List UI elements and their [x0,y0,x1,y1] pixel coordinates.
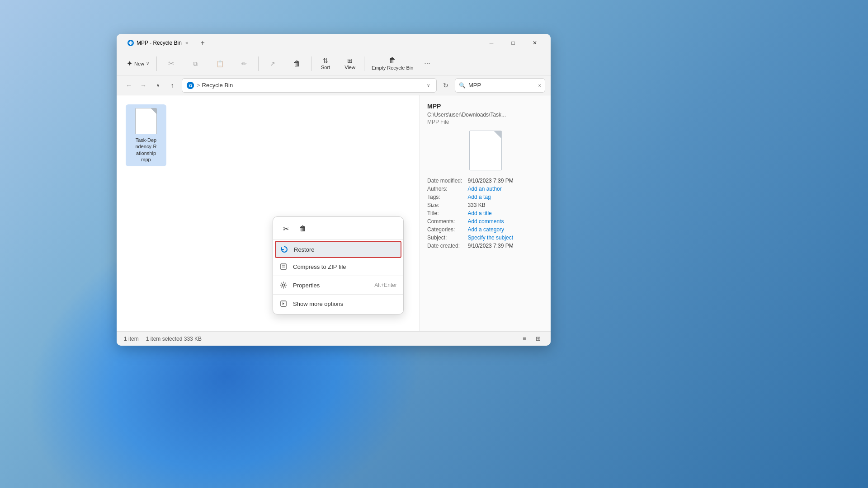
ctx-restore-label: Restore [294,246,396,253]
search-clear-button[interactable]: × [538,83,541,88]
ctx-show-more-label: Show more options [293,300,397,307]
ctx-divider-2 [273,294,403,295]
ctx-restore-icon [280,245,288,253]
meta-categories-label: Categories: [427,226,462,233]
new-dropdown-icon: ∨ [146,61,149,66]
panel-metadata: Date modified: 9/10/2023 7:39 PM Authors… [427,178,543,249]
paste-icon: 📋 [216,61,224,67]
ctx-compress-label: Compress to ZIP file [293,263,397,270]
back-button[interactable]: ← [122,79,136,92]
search-icon: 🔍 [459,82,466,89]
address-input[interactable]: ♻ > Recycle Bin ∨ [182,78,437,93]
ctx-properties-icon [279,281,288,289]
sort-label: Sort [321,65,330,70]
meta-date-created-value: 9/10/2023 7:39 PM [467,243,543,249]
copy-icon: ⧉ [193,61,198,67]
address-bar: ← → ∨ ↑ ♻ > Recycle Bin ∨ ↻ 🔍 MPP × [117,75,551,95]
list-view-button[interactable]: ≡ [519,333,530,344]
panel-file-type: MPP File [427,119,543,125]
new-button[interactable]: ✦ New ∨ [122,54,154,74]
view-label: View [344,65,355,70]
paste-button[interactable]: 📋 [208,54,231,74]
toolbar: ✦ New ∨ ✂ ⧉ 📋 ✏ ↗ 🗑 ⇅ Sort ⊞ [117,52,551,75]
meta-comments-label: Comments: [427,218,462,225]
view-button[interactable]: ⊞ View [339,54,361,74]
meta-tags-value[interactable]: Add a tag [467,194,543,200]
rename-icon: ✏ [241,61,247,67]
meta-tags-label: Tags: [427,194,462,200]
ctx-properties-shortcut: Alt+Enter [374,282,397,288]
ctx-delete-icon: 🗑 [299,225,307,233]
ctx-cut-button[interactable]: ✂ [278,221,294,236]
empty-recycle-bin-label: Empty Recycle Bin [372,65,413,70]
search-box[interactable]: 🔍 MPP × [455,78,545,93]
share-button[interactable]: ↗ [261,54,284,74]
content-area: Task-Depndency-Rationshipmpp ✂ 🗑 [117,95,551,331]
empty-recycle-bin-button[interactable]: 🗑 Empty Recycle Bin [367,54,418,74]
ctx-compress-item[interactable]: Compress to ZIP file [273,259,403,274]
address-dropdown-icon[interactable]: ∨ [425,82,432,89]
grid-view-button[interactable]: ⊞ [533,333,543,344]
meta-categories-value[interactable]: Add a category [467,226,543,233]
ctx-properties-label: Properties [293,282,369,289]
cut-icon: ✂ [168,60,174,67]
breadcrumb: > Recycle Bin [197,82,422,89]
item-count: 1 item [124,336,139,342]
ctx-restore-item[interactable]: Restore [275,241,401,258]
delete-icon: 🗑 [293,60,301,67]
ctx-properties-item[interactable]: Properties Alt+Enter [273,277,403,293]
toolbar-divider-4 [364,56,364,71]
tab-close-btn[interactable]: × [184,40,189,47]
up-button[interactable]: ↑ [165,79,179,92]
file-icon [135,108,157,135]
cut-button[interactable]: ✂ [160,54,182,74]
file-item[interactable]: Task-Depndency-Rationshipmpp [126,104,166,166]
dropdown-button[interactable]: ∨ [151,79,165,92]
selection-info: 1 item selected 333 KB [146,336,202,342]
tab-area: MPP - Recycle Bin × + [122,34,481,52]
maximize-button[interactable]: □ [503,36,524,50]
refresh-button[interactable]: ↻ [439,79,452,92]
minimize-button[interactable]: ─ [481,36,502,50]
panel-file-path: C:\Users\user\Downloads\Task... [427,112,543,118]
share-icon: ↗ [270,61,275,67]
svg-text:♻: ♻ [189,83,193,88]
active-tab[interactable]: MPP - Recycle Bin × [122,36,194,50]
empty-recycle-bin-icon: 🗑 [389,57,396,64]
delete-button[interactable]: 🗑 [286,54,308,74]
address-recycle-icon: ♻ [187,82,194,89]
new-tab-button[interactable]: + [196,37,209,49]
meta-comments-value[interactable]: Add comments [467,218,543,225]
svg-point-6 [283,284,285,286]
toolbar-divider-3 [311,56,311,71]
ctx-delete-button[interactable]: 🗑 [295,221,311,236]
svg-point-0 [130,42,132,44]
meta-size-value: 333 KB [467,202,543,208]
more-options-button[interactable]: ··· [420,54,434,74]
svg-rect-3 [281,264,286,269]
toolbar-divider-1 [156,56,157,71]
explorer-window: MPP - Recycle Bin × + ─ □ ✕ ✦ New ∨ ✂ ⧉ … [117,34,551,346]
status-right: ≡ ⊞ [519,333,543,344]
context-menu-top-icons: ✂ 🗑 [273,220,403,240]
copy-button[interactable]: ⧉ [184,54,207,74]
sort-button[interactable]: ⇅ Sort [314,54,337,74]
meta-title-value[interactable]: Add a title [467,210,543,216]
meta-authors-value[interactable]: Add an author [467,186,543,192]
rename-button[interactable]: ✏ [233,54,255,74]
meta-date-created-label: Date created: [427,243,462,249]
meta-subject-value[interactable]: Specify the subject [467,235,543,241]
title-bar: MPP - Recycle Bin × + ─ □ ✕ [117,34,551,52]
ctx-show-more-item[interactable]: Show more options [273,296,403,311]
file-icon-corner [151,108,156,114]
file-name: Task-Depndency-Rationshipmpp [135,137,156,163]
forward-button[interactable]: → [137,79,150,92]
search-text: MPP [468,82,536,89]
close-button[interactable]: ✕ [524,36,545,50]
main-pane: Task-Depndency-Rationshipmpp ✂ 🗑 [117,95,420,331]
breadcrumb-location: Recycle Bin [202,82,233,89]
meta-date-modified-value: 9/10/2023 7:39 PM [467,178,543,184]
panel-file-title: MPP [427,103,543,110]
ctx-divider-1 [273,276,403,276]
ctx-compress-icon [279,263,288,271]
